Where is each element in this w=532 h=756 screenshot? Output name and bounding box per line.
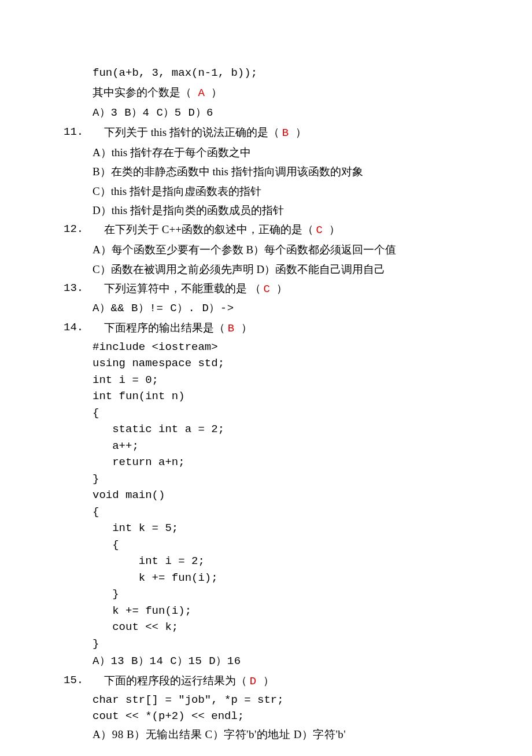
q13-answer: C [264,283,277,296]
q13-number: 13. [52,279,104,299]
q10-answer: A [191,87,211,99]
q12-answer: C [316,224,330,237]
q15-number: 15. [52,671,104,691]
q13-options: A）&& B）!= C）. D）-> [52,299,480,318]
q11-stem-close: ） [295,126,306,138]
q15-stem: 下面的程序段的运行结果为（ [104,674,250,687]
q10-stem: 其中实参的个数是（ A ） [52,83,480,103]
q14: 14. 下面程序的输出结果是（ B ） [52,318,480,338]
q14-stem: 下面程序的输出结果是（ [104,322,228,334]
q11-body: 下列关于 this 指针的说法正确的是（ B ） [104,123,480,143]
q12-stem: 在下列关于 C++函数的叙述中，正确的是（ [104,223,316,235]
document-page: fun(a+b, 3, max(n-1, b)); 其中实参的个数是（ A ） … [0,0,532,756]
q14-body: 下面程序的输出结果是（ B ） [104,318,480,338]
q10-stem-close: ） [211,86,222,98]
q14-answer: B [228,322,241,335]
q11-optC: C）this 指针是指向虚函数表的指针 [52,182,480,201]
q13: 13. 下列运算符中，不能重载的是 （ C ） [52,279,480,299]
q11-optB: B）在类的非静态函数中 this 指针指向调用该函数的对象 [52,162,480,181]
q15-answer: D [250,675,263,688]
q12-optsCD: C）函数在被调用之前必须先声明 D）函数不能自己调用自己 [52,260,480,279]
q10-code: fun(a+b, 3, max(n-1, b)); [52,64,480,83]
q12-body: 在下列关于 C++函数的叙述中，正确的是（ C ） [104,220,480,240]
q15-body: 下面的程序段的运行结果为（ D ） [104,671,480,691]
q12-stem-close: ） [329,223,340,235]
q12-number: 12. [52,220,104,240]
q15: 15. 下面的程序段的运行结果为（ D ） [52,671,480,691]
q15-stem-close: ） [263,674,274,687]
q13-stem: 下列运算符中，不能重载的是 （ [104,282,264,294]
q11-stem: 下列关于 this 指针的说法正确的是（ [104,126,282,138]
q14-options: A）13 B）14 C）15 D）16 [52,652,480,671]
q14-number: 14. [52,318,104,338]
q12-optsAB: A）每个函数至少要有一个参数 B）每个函数都必须返回一个值 [52,240,480,259]
q13-stem-close: ） [276,282,287,294]
q11-number: 11. [52,123,104,143]
q12: 12. 在下列关于 C++函数的叙述中，正确的是（ C ） [52,220,480,240]
q11-optD: D）this 指针是指向类的函数成员的指针 [52,201,480,220]
q11-optA: A）this 指针存在于每个函数之中 [52,143,480,162]
q13-body: 下列运算符中，不能重载的是 （ C ） [104,279,480,299]
q14-stem-close: ） [241,322,252,334]
q15-options: A）98 B）无输出结果 C）字符'b'的地址 D）字符'b' [52,725,480,744]
q11-answer: B [282,127,295,139]
q10-options: A）3 B）4 C）5 D）6 [52,104,480,123]
q11: 11. 下列关于 this 指针的说法正确的是（ B ） [52,123,480,143]
q15-code: char str[] = "job", *p = str; cout << *(… [93,692,480,725]
q10-stem-text: 其中实参的个数是（ [93,86,191,98]
q14-code: #include <iostream> using namespace std;… [93,339,480,652]
